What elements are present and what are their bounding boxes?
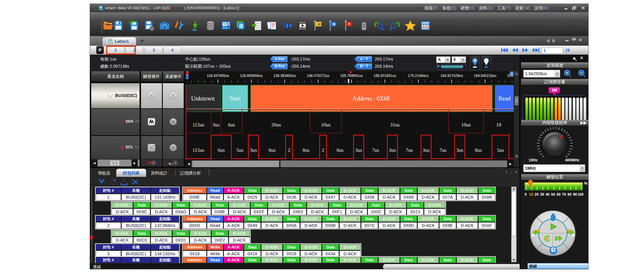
menu-H[interactable]: 說明(H) [534, 4, 548, 12]
packet-cell[interactable]: 0X58 [361, 194, 378, 200]
next-transition-icon[interactable] [566, 229, 575, 238]
wave-vscroll-down[interactable]: ▼ [515, 154, 518, 158]
packet-name[interactable]: BUS0(I2C) [121, 222, 151, 229]
a-pos-tag[interactable]: A Pos [270, 56, 287, 62]
save-settings-icon[interactable] [143, 20, 155, 31]
packet-cell[interactable]: Read [207, 194, 223, 200]
cursor-select-0[interactable]: 0▼ [452, 56, 466, 63]
packet-cell[interactable]: 0XD1 [172, 237, 189, 243]
prev-page-icon[interactable] [512, 48, 518, 52]
open-folder-icon[interactable] [103, 20, 114, 31]
packet-cell[interactable]: 0X6E [183, 194, 207, 200]
menu-H[interactable]: 硬體(H) [461, 4, 475, 12]
channel-scroll-left[interactable]: ◀ [91, 160, 97, 166]
save-icon[interactable] [113, 20, 124, 31]
decode-segment[interactable]: Unknown [186, 85, 221, 112]
play-icon[interactable] [549, 223, 557, 231]
next-page-icon[interactable] [522, 48, 529, 52]
waveform-area[interactable]: 116.937905us126.650694us136.363483us146.… [186, 71, 514, 167]
packet-cell[interactable]: 0X49 [244, 222, 261, 229]
packet-cell[interactable]: D-ACK [300, 222, 322, 229]
packet-cell[interactable]: 0X47 [322, 194, 339, 200]
packet-cell[interactable]: 0X13 [407, 208, 424, 215]
panel-close-icon[interactable]: ✕ [515, 170, 518, 174]
memory-gauge[interactable] [523, 95, 586, 124]
packet-cell[interactable]: 0XE0 [290, 208, 306, 215]
packet-cell[interactable]: Read [207, 222, 223, 229]
bus0-row-name[interactable]: BUS0(I2C) [91, 83, 140, 108]
trigger-condition-header[interactable]: 觸發條件 [141, 71, 162, 81]
cursor-select-a[interactable]: A▼ [436, 56, 451, 63]
filter-cam-cell[interactable] [163, 160, 184, 166]
trigger-position-marker[interactable] [527, 179, 533, 189]
packet-cell[interactable]: D-ACK [378, 222, 400, 229]
packet-vscrollbar[interactable]: ▲ ▼ [511, 187, 516, 262]
trigger-marker-icon[interactable] [348, 71, 353, 76]
zoom-in-icon[interactable] [563, 69, 572, 78]
menu-T[interactable]: 工具(T) [497, 4, 511, 12]
packet-cell[interactable]: D-ACK [307, 208, 328, 215]
packet-cell[interactable]: D-ACK [229, 237, 250, 243]
packet-cell[interactable]: 0X5A [283, 222, 300, 229]
packet-cell[interactable]: D-ACK [268, 208, 289, 215]
documents-icon[interactable] [266, 20, 278, 31]
packet-cell[interactable]: D-ACK [339, 222, 361, 229]
fast-forward-icon[interactable] [555, 235, 563, 242]
export-grid-icon[interactable] [251, 20, 262, 31]
favorite-star-icon[interactable] [405, 20, 416, 31]
packet-cell[interactable]: 0XC0 [133, 237, 150, 243]
bus-collapse-icon[interactable] [108, 94, 113, 100]
clock-icon[interactable] [549, 246, 558, 255]
bus0-filter-cell[interactable] [163, 83, 184, 108]
zoom-out-icon[interactable] [578, 69, 586, 78]
sda-row-name[interactable]: SDA A0 [91, 109, 140, 135]
packet-cell[interactable]: 0XBE [211, 208, 228, 215]
connector-icon[interactable] [282, 20, 293, 31]
tools-icon[interactable] [174, 20, 185, 31]
packet-cell[interactable]: D-ACK [112, 208, 133, 215]
packet-vscroll-thumb[interactable] [512, 191, 516, 236]
goto-b-button[interactable] [482, 56, 491, 70]
filter-condition-header[interactable]: 過濾條件 [163, 71, 184, 81]
tab-scroll-right-icon[interactable] [552, 39, 558, 43]
flag-b-icon[interactable]: B [328, 20, 339, 31]
close-button[interactable]: ✕ [580, 6, 586, 11]
packet-num[interactable]: 2 [96, 222, 121, 229]
wave-scroll-thumb[interactable] [193, 161, 279, 167]
packet-cell[interactable]: D-ACK [385, 208, 406, 215]
navigation-wheel[interactable] [530, 210, 576, 256]
wave-scroll-left[interactable]: ◀ [186, 160, 192, 167]
doc-close-icon[interactable]: ✕ [579, 38, 582, 42]
film-play-icon[interactable] [297, 20, 308, 31]
zoom-next-icon[interactable] [389, 20, 400, 31]
channel-hscrollbar[interactable]: ◀ ▶ [91, 160, 140, 166]
trigger-cam-cell[interactable] [141, 160, 162, 166]
decode-segment[interactable]: Read [495, 85, 514, 112]
tab-scroll-left-icon[interactable] [544, 39, 549, 43]
packet-vscroll-up[interactable]: ▲ [511, 187, 516, 191]
windows-cascade-icon[interactable] [236, 20, 247, 31]
power-bolt-icon[interactable] [190, 20, 201, 31]
marker-b-flag[interactable] [186, 75, 188, 79]
packet-cell[interactable]: 0X7A [439, 194, 456, 200]
packet-cell[interactable]: 0XAD [172, 208, 189, 215]
restore-button[interactable] [571, 6, 578, 11]
packet-cell[interactable]: D-ACK [151, 208, 172, 215]
hand-pan-icon[interactable] [548, 212, 557, 221]
packet-cell[interactable]: D-ACK [424, 208, 445, 215]
wave-vscroll-up[interactable]: ▲ [515, 72, 518, 76]
flag-a-icon[interactable]: A [312, 20, 324, 31]
flag-t-icon[interactable]: T [343, 20, 354, 31]
packet-cell[interactable]: D-ACK [261, 222, 283, 229]
waveform-vscrollbar[interactable]: ▲ ▼ [514, 71, 519, 167]
packet-cell[interactable]: D-ACK [151, 237, 172, 243]
database-icon[interactable] [205, 20, 216, 31]
packet-cell[interactable]: D-ACK [456, 194, 478, 200]
decode-segment[interactable]: Start [222, 85, 248, 112]
first-page-icon[interactable] [501, 48, 508, 52]
scl-row-name[interactable]: SCL A1 [91, 136, 140, 159]
a-t-tag[interactable]: A - T [354, 56, 372, 62]
minimize-button[interactable] [563, 6, 569, 11]
packet-cell[interactable]: D-ACK [229, 208, 250, 215]
page-button-3[interactable]: 3 [145, 46, 163, 54]
